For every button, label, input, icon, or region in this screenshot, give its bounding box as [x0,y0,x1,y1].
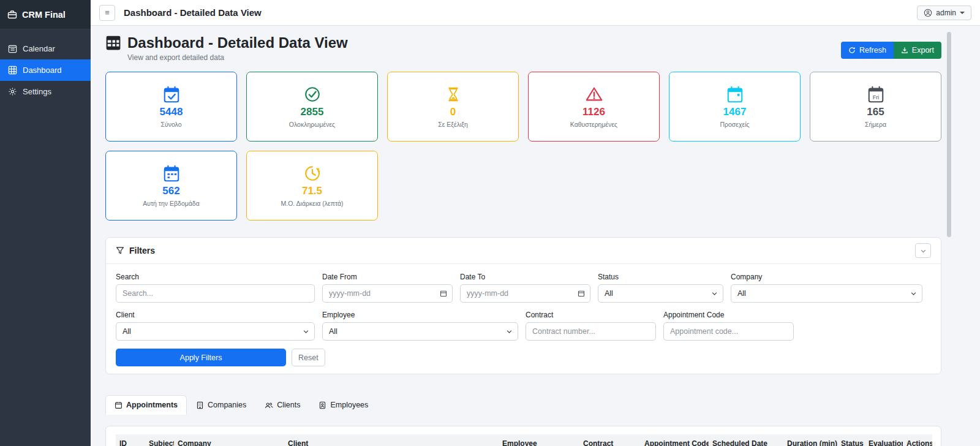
status-label: Status [598,273,723,281]
filters-title: Filters [116,246,155,255]
hourglass-icon [444,85,462,104]
search-label: Search [116,273,315,281]
header-actions: Refresh Export [841,42,941,59]
user-name: admin [936,9,956,17]
refresh-button[interactable]: Refresh [841,42,894,59]
sidebar: CRM Final Calendar Dashboard Settings [0,0,91,446]
col-actions[interactable]: Actions [903,434,932,446]
stat-label: Ολοκληρωμένες [289,121,335,128]
tab-employees[interactable]: Employees [309,395,377,415]
hamburger-icon: ≡ [105,8,110,17]
col-status[interactable]: Status [837,434,865,446]
employee-label: Employee [322,311,518,319]
company-select[interactable]: All [731,284,922,303]
topbar: ≡ Dashboard - Detailed Data View admin [91,0,980,26]
col-client[interactable]: Client [284,434,499,446]
stat-label: Μ.Ο. Διάρκεια (λεπτά) [281,200,344,207]
sidebar-item-settings[interactable]: Settings [0,81,91,102]
tab-companies[interactable]: Companies [187,395,255,415]
stat-card-completed[interactable]: 2855 Ολοκληρωμένες [246,72,378,142]
apply-filters-button[interactable]: Apply Filters [116,349,286,366]
col-subject[interactable]: Subject [145,434,174,446]
stat-card-total[interactable]: 5448 Σύνολο [105,72,237,142]
stat-value: 165 [867,106,884,118]
tab-clients[interactable]: Clients [255,395,309,415]
appointments-table: ID Subject Company Client Employee Contr… [116,434,932,446]
stat-cards: 5448 Σύνολο 2855 Ολοκληρωμένες 0 Σε Εξέλ… [105,72,941,221]
funnel-icon [116,246,124,255]
col-company[interactable]: Company [174,434,284,446]
stat-value: 562 [162,185,179,197]
clock-history-icon [303,164,322,183]
refresh-icon [848,47,856,54]
people-icon [265,401,273,409]
main-area: ≡ Dashboard - Detailed Data View admin D… [91,0,980,446]
col-employee[interactable]: Employee [499,434,579,446]
sidebar-item-dashboard[interactable]: Dashboard [0,59,91,81]
table-grid-icon [105,35,121,51]
stat-card-this-week[interactable]: 562 Αυτή την Εβδομάδα [105,151,237,221]
calendar-icon [8,44,17,53]
stat-label: Σύνολο [160,121,181,128]
stat-label: Καθυστερημένες [570,121,617,128]
stat-card-in-progress[interactable]: 0 Σε Εξέλιξη [387,72,519,142]
data-tabs: Appointments Companies Clients Employees [105,395,941,415]
table-header-row: ID Subject Company Client Employee Contr… [116,434,932,446]
stat-card-today[interactable]: Fri 165 Σήμερα [810,72,941,142]
search-input[interactable] [116,284,315,303]
download-icon [901,47,908,54]
stat-value: 71.5 [302,185,322,197]
export-button[interactable]: Export [894,42,941,59]
stat-card-upcoming[interactable]: 1467 Προσεχείς [669,72,801,142]
person-circle-icon [924,9,932,17]
sidebar-item-label: Dashboard [23,66,62,75]
appointment-code-input[interactable] [663,322,794,341]
vertical-scrollbar[interactable] [947,32,951,237]
calendar-icon [115,401,123,409]
col-evaluation[interactable]: Evaluation [865,434,903,446]
stat-value: 5448 [160,106,183,118]
calendar-check-icon [162,85,181,104]
filters-header: Filters [106,238,941,264]
tab-appointments[interactable]: Appointments [105,395,187,415]
stat-label: Προσεχείς [720,121,749,128]
stat-label: Σε Εξέλιξη [438,121,468,128]
stat-label: Αυτή την Εβδομάδα [143,200,200,207]
stat-value: 1467 [723,106,747,118]
stat-card-overdue[interactable]: 1126 Καθυστερημένες [528,72,660,142]
date-from-input[interactable] [322,284,453,303]
reset-filters-button[interactable]: Reset [292,349,325,366]
page-subtitle: View and export detailed data [127,53,348,62]
page-title: Dashboard - Detailed Data View [105,34,348,51]
col-scheduled-date[interactable]: Scheduled Date [709,434,783,446]
col-contract[interactable]: Contract [579,434,641,446]
employee-select[interactable]: All [322,322,518,341]
briefcase-icon [7,10,17,20]
grid-icon [8,66,17,75]
sidebar-item-label: Calendar [23,44,55,53]
sidebar-toggle-button[interactable]: ≡ [99,5,115,21]
svg-text:Fri: Fri [872,94,878,100]
company-label: Company [731,273,922,281]
client-select[interactable]: All [116,322,315,341]
page-content: Dashboard - Detailed Data View View and … [91,26,980,446]
stat-card-avg-duration[interactable]: 71.5 Μ.Ο. Διάρκεια (λεπτά) [246,151,378,221]
status-select[interactable]: All [598,284,723,303]
client-label: Client [116,311,315,319]
col-appointment-code[interactable]: Appointment Code [641,434,709,446]
col-id[interactable]: ID [116,434,145,446]
stat-label: Σήμερα [865,121,886,128]
check-circle-icon [303,85,322,104]
filters-body: Search Date From Date To [106,264,941,374]
sidebar-item-calendar[interactable]: Calendar [0,38,91,59]
col-duration[interactable]: Duration (min) [783,434,837,446]
filters-collapse-button[interactable] [915,243,931,258]
stat-value: 2855 [301,106,324,118]
date-to-input[interactable] [460,284,590,303]
date-from-label: Date From [322,273,453,281]
user-menu-button[interactable]: admin [917,6,971,20]
gear-icon [8,87,17,96]
contract-input[interactable] [526,322,656,341]
chevron-down-icon [920,248,927,254]
calendar-event-icon [726,85,744,104]
